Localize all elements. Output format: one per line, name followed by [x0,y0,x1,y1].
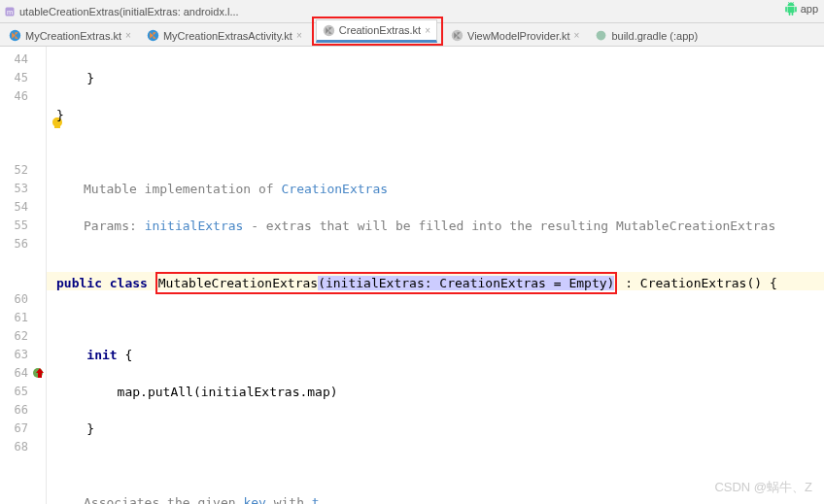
line-number: 62 [0,327,46,346]
code-line: init { [47,346,824,364]
kotlin-file-icon [9,29,21,42]
close-icon[interactable]: × [574,30,580,41]
line-number: 68 [0,438,46,456]
line-number: 54 [0,198,46,217]
line-number [0,253,46,272]
line-number: 66 [0,401,46,420]
highlighted-class-box: MutableCreationExtras(initialExtras: Cre… [155,272,618,294]
code-line-highlighted: public class MutableCreationExtras(initi… [47,272,824,290]
doc-line: Mutable implementation of CreationExtras [47,180,824,198]
line-number: 52 [0,161,46,180]
run-config[interactable]: app [784,2,818,16]
doc-line: Associates the given key with t [47,493,824,504]
line-number: 67 [0,420,46,438]
kotlin-file-icon [323,24,335,37]
editor-area[interactable]: 44 45 46 52 53 54 55 56 60 61 62 63 64 6… [0,47,824,504]
gradle-file-icon [595,29,607,42]
android-icon [784,2,798,16]
code-line: map.putAll(initialExtras.map) [47,383,824,401]
method-icon: m [4,6,16,17]
line-number: 46 [0,87,46,106]
code-line: } [47,420,824,438]
line-number: 53 [0,180,46,198]
line-number: 64 [0,364,46,383]
svg-point-6 [597,31,606,41]
kotlin-file-icon [147,29,159,42]
watermark: CSDN @蜗牛、Z [714,479,812,496]
code-line [47,309,824,327]
tab-creationextras[interactable]: CreationExtras.kt× [316,19,437,43]
code-line: } [47,69,824,87]
code-line [47,253,824,272]
svg-text:m: m [7,8,13,17]
line-number: 55 [0,217,46,235]
line-number [0,272,46,290]
tab-viewmodelprovider[interactable]: ViewModelProvider.kt× [444,24,586,46]
tab-mycreationextrasactivity[interactable]: MyCreationExtrasActivity.kt× [140,24,309,46]
code-line [47,456,824,475]
doc-line: Params: initialExtras - extras that will… [47,217,824,235]
line-number: 63 [0,346,46,364]
close-icon[interactable]: × [425,25,430,36]
code-content[interactable]: } } Mutable implementation of CreationEx… [47,47,824,504]
line-number: 60 [0,290,46,309]
editor-tabs: MyCreationExtras.kt× MyCreationExtrasAct… [0,23,824,47]
highlighted-tab-box: CreationExtras.kt× [312,17,443,46]
close-icon[interactable]: × [296,30,302,41]
code-line [47,143,824,161]
kotlin-file-icon [451,29,464,42]
line-gutter: 44 45 46 52 53 54 55 56 60 61 62 63 64 6… [0,47,47,504]
code-line: } [47,106,824,124]
line-number: 56 [0,235,46,253]
tab-buildgradle[interactable]: build.gradle (:app) [588,24,704,46]
line-number: 65 [0,383,46,401]
arrow-up-icon [36,368,44,378]
line-number: 44 [0,50,46,69]
line-number [0,124,46,143]
line-number: 61 [0,309,46,327]
tab-mycreationextras[interactable]: MyCreationExtras.kt× [2,24,138,46]
breadcrumb-text: utableCreationExtras(initialExtras: andr… [19,6,239,17]
line-number [0,143,46,161]
line-number: 45 [0,69,46,87]
close-icon[interactable]: × [125,30,131,41]
line-number [0,106,46,124]
